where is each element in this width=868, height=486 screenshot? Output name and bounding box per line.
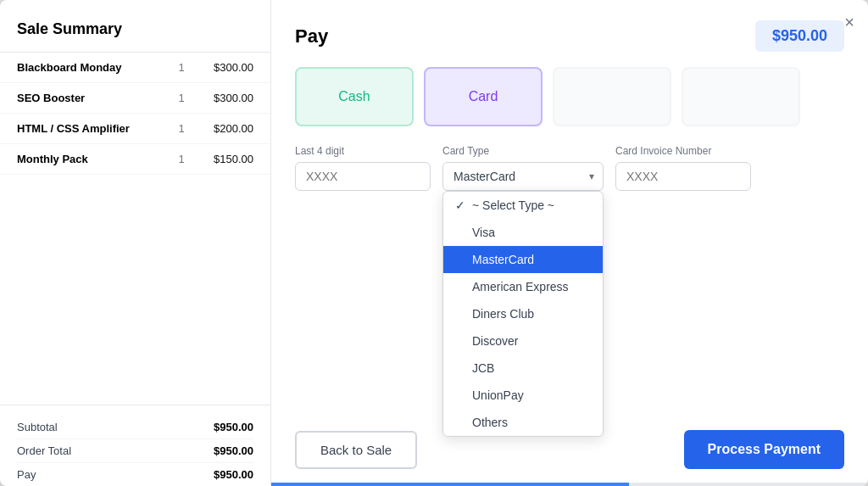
payment-type-card-button[interactable]: Card (424, 67, 542, 126)
last4-field-group: Last 4 digit (295, 145, 431, 191)
item-name: Monthly Pack (17, 153, 169, 165)
chevron-down-icon: ▾ (589, 170, 594, 182)
total-row: Pay $950.00 (17, 463, 253, 486)
progress-bar (271, 483, 868, 486)
sidebar-title: Sale Summary (0, 20, 270, 53)
item-price: $150.00 (194, 153, 253, 165)
payment-modal: Sale Summary Blackboard Monday 1 $300.00… (0, 0, 868, 486)
invoice-field-group: Card Invoice Number (615, 145, 751, 191)
total-row: Subtotal $950.00 (17, 416, 253, 439)
total-label: Subtotal (17, 421, 58, 433)
total-row: Order Total $950.00 (17, 439, 253, 463)
item-price: $300.00 (194, 61, 253, 74)
total-value: $950.00 (214, 444, 253, 457)
process-payment-button[interactable]: Process Payment (684, 430, 844, 469)
card-type-option-discover[interactable]: Discover (443, 327, 603, 355)
payment-main: × Pay $950.00 CashCard Last 4 digit Card… (271, 0, 868, 486)
card-type-label: Card Type (442, 145, 604, 157)
payment-type-type3-button[interactable] (553, 67, 671, 126)
card-type-option-diners[interactable]: Diners Club (443, 300, 603, 327)
card-type-option-unionpay[interactable]: UnionPay (443, 382, 603, 409)
payment-type-type4-button[interactable] (682, 67, 800, 126)
close-button[interactable]: × (844, 14, 854, 31)
pay-amount: $950.00 (755, 20, 844, 52)
item-qty: 1 (169, 92, 194, 104)
payment-type-cash-button[interactable]: Cash (295, 67, 414, 126)
card-type-option-mastercard[interactable]: MasterCard (443, 246, 603, 273)
total-label: Order Total (17, 444, 71, 457)
card-type-option-select-type[interactable]: ✓~ Select Type ~ (443, 192, 603, 219)
item-name: SEO Booster (17, 92, 169, 104)
card-type-option-others[interactable]: Others (443, 409, 603, 436)
last4-input[interactable] (295, 162, 431, 191)
payment-type-selector: CashCard (295, 67, 844, 126)
list-item: Blackboard Monday 1 $300.00 (0, 53, 270, 83)
pay-title: Pay (295, 25, 328, 47)
item-price: $300.00 (194, 92, 253, 104)
item-name: Blackboard Monday (17, 61, 169, 74)
card-type-group: Card Type MasterCard ▾ ✓~ Select Type ~V… (442, 145, 604, 191)
back-to-sale-button[interactable]: Back to Sale (295, 431, 417, 469)
card-fields: Last 4 digit Card Type MasterCard ▾ ✓~ S… (295, 145, 844, 191)
card-type-dropdown: ✓~ Select Type ~VisaMasterCardAmerican E… (442, 191, 604, 437)
list-item: Monthly Pack 1 $150.00 (0, 144, 270, 175)
list-item: SEO Booster 1 $300.00 (0, 83, 270, 114)
item-qty: 1 (169, 153, 194, 165)
total-value: $950.00 (214, 468, 253, 481)
card-type-selected-value: MasterCard (453, 170, 515, 183)
check-icon: ✓ (455, 198, 467, 212)
total-label: Pay (17, 468, 36, 481)
card-type-select[interactable]: MasterCard ▾ (442, 162, 604, 191)
list-item: HTML / CSS Amplifier 1 $200.00 (0, 114, 270, 144)
invoice-label: Card Invoice Number (615, 145, 751, 157)
sale-items-list: Blackboard Monday 1 $300.00 SEO Booster … (0, 53, 270, 405)
total-value: $950.00 (214, 421, 253, 433)
item-price: $200.00 (194, 122, 253, 135)
card-type-option-jcb[interactable]: JCB (443, 355, 603, 382)
item-qty: 1 (169, 122, 194, 135)
card-type-option-amex[interactable]: American Express (443, 273, 603, 300)
card-type-option-visa[interactable]: Visa (443, 219, 603, 246)
last4-label: Last 4 digit (295, 145, 431, 157)
totals-section: Subtotal $950.00 Order Total $950.00 Pay… (0, 405, 270, 486)
pay-header: Pay $950.00 (295, 20, 844, 52)
item-qty: 1 (169, 61, 194, 74)
invoice-input[interactable] (615, 162, 751, 191)
item-name: HTML / CSS Amplifier (17, 122, 169, 135)
sale-summary-sidebar: Sale Summary Blackboard Monday 1 $300.00… (0, 0, 271, 486)
